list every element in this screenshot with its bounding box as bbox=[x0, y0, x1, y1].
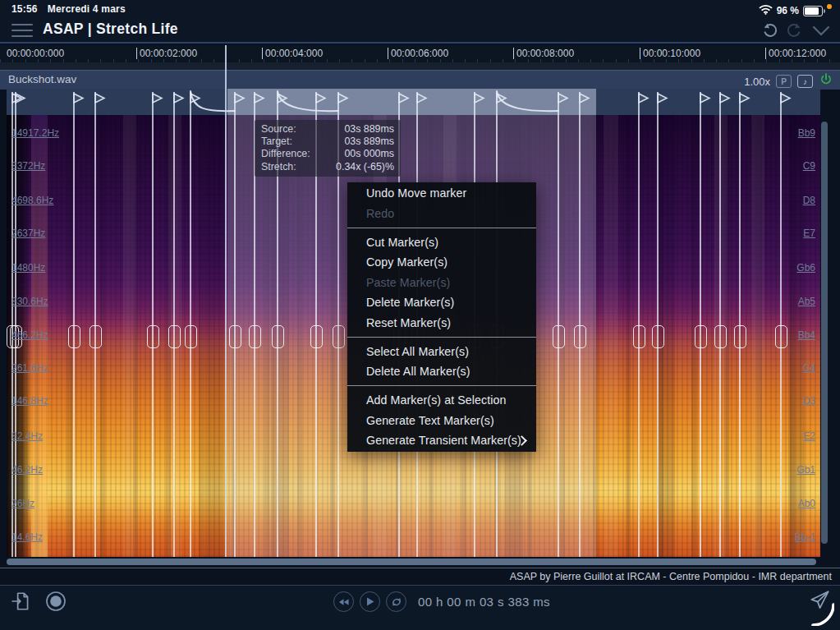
marker-handle[interactable] bbox=[633, 325, 645, 348]
frequency-label: 14.6Hz bbox=[11, 531, 43, 543]
marker-handle[interactable] bbox=[574, 325, 586, 348]
marker-handle[interactable] bbox=[68, 325, 80, 348]
marker-line[interactable] bbox=[780, 115, 782, 557]
horizontal-scrollbar[interactable] bbox=[7, 559, 816, 565]
marker-flag[interactable] bbox=[416, 90, 429, 115]
menu-item-generate-text-marker-s[interactable]: Generate Text Marker(s) bbox=[347, 411, 536, 431]
marker-flag[interactable] bbox=[398, 90, 411, 115]
bottom-toolbar: 00 h 00 m 03 s 383 ms bbox=[0, 585, 840, 630]
marker-handle[interactable] bbox=[775, 325, 787, 348]
marker-flag[interactable] bbox=[234, 90, 247, 115]
selection-lane[interactable] bbox=[0, 62, 840, 70]
menu-item-add-marker-s-at-selection[interactable]: Add Marker(s) at Selection bbox=[347, 390, 536, 411]
marker-line[interactable] bbox=[73, 115, 75, 557]
track-name: Buckshot.wav bbox=[8, 73, 76, 85]
marker-line[interactable] bbox=[190, 115, 191, 557]
marker-line[interactable] bbox=[94, 115, 96, 557]
comment-bubble-icon[interactable]: P bbox=[776, 75, 792, 88]
loop-button[interactable] bbox=[386, 591, 406, 612]
marker-flag[interactable] bbox=[315, 90, 328, 115]
track-bar[interactable]: Buckshot.wav 1.00x P ♪ bbox=[0, 70, 840, 90]
marker-line[interactable] bbox=[719, 115, 721, 557]
power-toggle-icon[interactable] bbox=[819, 72, 833, 90]
marker-handle[interactable] bbox=[310, 325, 323, 348]
undo-icon[interactable] bbox=[761, 22, 778, 41]
marker-flag[interactable] bbox=[337, 90, 351, 115]
marker-flag[interactable] bbox=[719, 90, 732, 115]
spectrogram-bright-column bbox=[123, 115, 136, 557]
marker-line[interactable] bbox=[315, 115, 317, 557]
menu-item-delete-marker-s[interactable]: Delete Marker(s) bbox=[347, 292, 536, 313]
note-label: Bb-1 bbox=[795, 531, 815, 543]
menu-item-undo-move-marker[interactable]: Undo Move marker bbox=[347, 183, 536, 204]
horizontal-scroll-track[interactable] bbox=[0, 557, 840, 568]
vertical-scrollbar[interactable] bbox=[821, 122, 828, 544]
tooltip-value: 03s 889ms bbox=[344, 123, 394, 136]
menu-item-cut-marker-s[interactable]: Cut Marker(s) bbox=[347, 232, 536, 253]
note-label: C4 bbox=[803, 362, 815, 374]
marker-line[interactable] bbox=[579, 115, 581, 557]
marker-line[interactable] bbox=[558, 115, 559, 557]
chevron-down-icon[interactable] bbox=[812, 25, 830, 39]
marker-handle[interactable] bbox=[168, 325, 181, 348]
record-button[interactable] bbox=[45, 591, 67, 615]
marker-flag[interactable] bbox=[474, 90, 487, 115]
marker-flag[interactable] bbox=[657, 90, 670, 115]
marker-flag[interactable] bbox=[558, 90, 571, 115]
menu-item-select-all-marker-s[interactable]: Select All Marker(s) bbox=[347, 342, 536, 362]
marker-line[interactable] bbox=[638, 115, 640, 557]
menu-item-copy-marker-s[interactable]: Copy Marker(s) bbox=[347, 252, 536, 273]
import-file-icon[interactable] bbox=[11, 591, 32, 615]
play-button[interactable] bbox=[360, 591, 380, 612]
frequency-label: 261.6Hz bbox=[11, 362, 48, 374]
marker-line[interactable] bbox=[277, 115, 278, 557]
marker-line[interactable] bbox=[152, 115, 154, 557]
marker-flag[interactable] bbox=[638, 90, 651, 115]
ruler-label: 00:00:08:000 bbox=[513, 48, 574, 59]
marker-flag[interactable] bbox=[173, 90, 186, 115]
hamburger-menu-icon[interactable] bbox=[11, 24, 33, 38]
menu-item-reset-marker-s[interactable]: Reset Marker(s) bbox=[347, 313, 536, 333]
marker-handle[interactable] bbox=[147, 325, 159, 348]
marker-flag[interactable] bbox=[73, 90, 86, 115]
rewind-button[interactable] bbox=[333, 591, 354, 612]
menu-item-delete-all-marker-s[interactable]: Delete All Marker(s) bbox=[347, 361, 536, 382]
marker-flag[interactable] bbox=[496, 90, 509, 115]
marker-handle[interactable] bbox=[272, 325, 284, 348]
marker-flag[interactable] bbox=[277, 90, 290, 115]
marker-line[interactable] bbox=[700, 115, 701, 557]
marker-flag[interactable] bbox=[579, 90, 592, 115]
music-note-icon[interactable]: ♪ bbox=[797, 75, 813, 88]
marker-line[interactable] bbox=[173, 115, 175, 557]
marker-flag[interactable] bbox=[190, 90, 203, 115]
marker-strip[interactable] bbox=[7, 89, 820, 115]
marker-line[interactable] bbox=[254, 115, 255, 557]
marker-handle[interactable] bbox=[229, 325, 241, 348]
marker-line[interactable] bbox=[657, 115, 659, 557]
marker-flag[interactable] bbox=[739, 90, 752, 115]
marker-flag[interactable] bbox=[700, 90, 713, 115]
marker-flag[interactable] bbox=[94, 90, 108, 115]
marker-flag[interactable] bbox=[15, 90, 28, 115]
marker-flag[interactable] bbox=[780, 90, 793, 115]
marker-handle[interactable] bbox=[714, 325, 727, 348]
marker-handle[interactable] bbox=[695, 325, 707, 348]
timeline-ruler[interactable]: 00:00:00:00000:00:02:00000:00:04:00000:0… bbox=[0, 45, 840, 62]
marker-line[interactable] bbox=[234, 115, 236, 557]
marker-handle[interactable] bbox=[185, 325, 197, 348]
marker-line[interactable] bbox=[739, 115, 741, 557]
marker-handle[interactable] bbox=[734, 325, 746, 348]
redo-icon[interactable] bbox=[787, 22, 803, 41]
marker-flag[interactable] bbox=[152, 90, 165, 115]
marker-flag[interactable] bbox=[254, 90, 267, 115]
marker-handle[interactable] bbox=[249, 325, 261, 348]
status-bar: 15:56Mercredi 4 mars 96 % bbox=[0, 0, 840, 20]
playhead[interactable] bbox=[225, 45, 227, 557]
marker-handle[interactable] bbox=[652, 325, 664, 348]
marker-handle[interactable] bbox=[333, 325, 345, 348]
battery-icon bbox=[803, 6, 823, 16]
marker-handle[interactable] bbox=[553, 325, 565, 348]
marker-handle[interactable] bbox=[90, 325, 102, 348]
marker-line[interactable] bbox=[337, 115, 339, 557]
menu-item-generate-transient-marker-s[interactable]: Generate Transient Marker(s) bbox=[347, 430, 536, 451]
